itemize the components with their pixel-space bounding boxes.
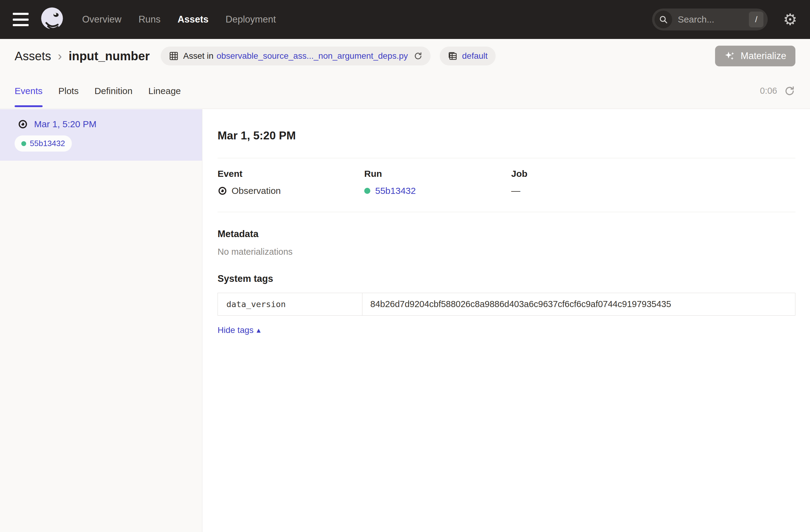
- system-tags-table: data_version 84b26d7d9204cbf588026c8a988…: [217, 293, 795, 316]
- event-run-chip[interactable]: 55b13432: [15, 135, 72, 151]
- search-shortcut-badge: /: [749, 12, 763, 27]
- system-tags-heading: System tags: [217, 273, 795, 284]
- breadcrumb-assets-link[interactable]: Assets: [15, 49, 51, 63]
- search-icon: [654, 11, 672, 28]
- tab-events[interactable]: Events: [15, 73, 43, 109]
- search-input[interactable]: [678, 14, 749, 25]
- nav-item-deployment[interactable]: Deployment: [226, 14, 276, 25]
- event-detail-title: Mar 1, 5:20 PM: [217, 129, 795, 142]
- asset-definition-chip[interactable]: Asset in observable_source_ass..._non_ar…: [161, 47, 430, 65]
- app-window: Overview Runs Assets Deployment / ⚙ Asse…: [0, 0, 810, 532]
- refresh-countdown: 0:06: [760, 86, 777, 96]
- hide-tags-link[interactable]: Hide tags ▲: [217, 325, 260, 335]
- repo-icon: [448, 51, 458, 61]
- repo-default-link[interactable]: default: [462, 51, 488, 61]
- run-column-header: Run: [364, 168, 511, 179]
- job-column-header: Job: [511, 168, 795, 179]
- tabs-bar: Events Plots Definition Lineage 0:06: [0, 73, 810, 109]
- nav-links: Overview Runs Assets Deployment: [82, 14, 276, 25]
- run-cell: 55b13432: [364, 186, 511, 196]
- metadata-empty-text: No materializations: [217, 247, 795, 257]
- nav-item-overview[interactable]: Overview: [82, 14, 122, 25]
- observation-eye-icon: [18, 119, 28, 129]
- event-timestamp-link[interactable]: Mar 1, 5:20 PM: [34, 119, 96, 129]
- asset-chip-prefix: Asset in: [183, 51, 214, 61]
- divider: [217, 212, 795, 212]
- nav-item-runs[interactable]: Runs: [139, 14, 160, 25]
- page-title: input_number: [68, 49, 150, 63]
- page-header: Assets › input_number Asset in observabl…: [0, 39, 810, 73]
- asset-file-link[interactable]: observable_source_ass..._non_argument_de…: [217, 51, 408, 61]
- event-run-id: 55b13432: [30, 139, 65, 148]
- job-cell: —: [511, 186, 795, 196]
- menu-icon[interactable]: [13, 13, 29, 26]
- content-area: Mar 1, 5:20 PM 55b13432 Mar 1, 5:20 PM E…: [0, 109, 810, 532]
- repo-chip[interactable]: default: [440, 47, 496, 65]
- run-status-dot: [21, 141, 26, 146]
- hide-tags-label: Hide tags: [217, 325, 254, 335]
- caret-up-icon: ▲: [257, 327, 260, 333]
- top-nav: Overview Runs Assets Deployment / ⚙: [0, 0, 810, 39]
- observation-eye-icon: [217, 186, 227, 196]
- run-id-link[interactable]: 55b13432: [375, 186, 416, 196]
- refresh-icon[interactable]: [784, 85, 795, 97]
- event-list-sidebar: Mar 1, 5:20 PM 55b13432: [0, 109, 202, 532]
- event-type-cell: Observation: [217, 186, 364, 196]
- tab-lineage[interactable]: Lineage: [148, 73, 181, 109]
- event-info-grid: Event Run Job Observation 55b134: [217, 168, 795, 196]
- divider: [217, 158, 795, 158]
- event-column-header: Event: [217, 168, 364, 179]
- reload-definitions-icon[interactable]: [414, 51, 423, 61]
- materialize-button[interactable]: Materialize: [715, 46, 795, 66]
- run-status-dot: [364, 188, 370, 194]
- tag-key-cell: data_version: [218, 293, 362, 315]
- table-row: data_version 84b26d7d9204cbf588026c8a988…: [218, 293, 795, 315]
- event-detail-panel: Mar 1, 5:20 PM Event Run Job Observation: [202, 109, 810, 532]
- search-box[interactable]: /: [652, 9, 768, 30]
- gear-icon[interactable]: ⚙: [783, 12, 797, 27]
- metadata-heading: Metadata: [217, 229, 795, 240]
- tag-value-cell: 84b26d7d9204cbf588026c8a9886d403a6c9637c…: [362, 293, 795, 315]
- materialize-label: Materialize: [741, 50, 786, 62]
- tab-definition[interactable]: Definition: [94, 73, 132, 109]
- dagster-logo-icon[interactable]: [38, 5, 66, 34]
- event-type-label: Observation: [231, 186, 281, 196]
- asset-grid-icon: [168, 51, 179, 61]
- breadcrumb-chevron-icon: ›: [58, 49, 62, 63]
- sparkle-icon: [724, 50, 736, 62]
- event-list-item[interactable]: Mar 1, 5:20 PM 55b13432: [0, 109, 202, 161]
- nav-item-assets[interactable]: Assets: [178, 14, 209, 25]
- tab-plots[interactable]: Plots: [59, 73, 79, 109]
